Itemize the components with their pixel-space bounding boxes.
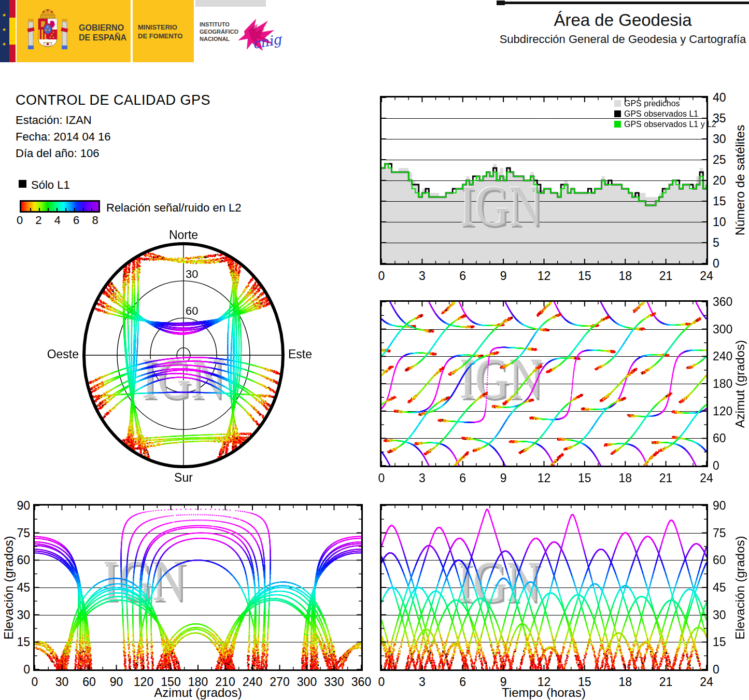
- colorbar-number: 6: [68, 214, 84, 227]
- satcount-y-axis-title: Número de satélites: [733, 77, 747, 284]
- skyplot-south-label: Sur: [152, 471, 215, 485]
- tick-label: 40: [713, 91, 726, 104]
- tick-label: 6: [446, 269, 479, 283]
- gobierno-label-line2: DE ESPAÑA: [79, 33, 126, 43]
- star-icon: ★: [2, 12, 6, 18]
- tick-label: 30: [713, 608, 726, 622]
- tick-label: 3: [405, 471, 439, 485]
- elevation-vs-azimuth-canvas: [35, 506, 361, 669]
- skyplot-west-label: Oeste: [41, 347, 79, 361]
- tick-label: 24: [690, 269, 723, 283]
- elevation-time-y-axis-title: Elevación (grados): [733, 484, 747, 692]
- instituto-logo-box: INSTITUTO GEOGRÁFICO NACIONAL cnig: [195, 0, 281, 62]
- cnig-logo-icon: cnig: [233, 15, 285, 55]
- tick-label: 21: [649, 269, 683, 283]
- tick-label: 24: [690, 675, 723, 689]
- colorbar-tick: [74, 208, 75, 211]
- tick-label: 180: [713, 377, 732, 390]
- colorbar-tick: [56, 208, 58, 211]
- solo-l1-swatch: [19, 180, 26, 188]
- tick-label: 90: [713, 499, 726, 512]
- tick-label: 3: [405, 269, 439, 283]
- report-title: CONTROL DE CALIDAD GPS: [16, 92, 210, 108]
- colorbar-tick: [30, 208, 31, 211]
- doy-line: Día del año: 106: [16, 147, 99, 160]
- snr-colorbar: [20, 200, 100, 213]
- legend-swatch-icon: [614, 100, 621, 107]
- solo-l1-label: Sólo L1: [31, 178, 70, 192]
- eu-flag-strip: ★ ★ ★: [0, 0, 9, 62]
- skyplot-ring-60-label: 60: [186, 304, 198, 318]
- tick-label: 21: [649, 471, 683, 485]
- spain-coat-of-arms-icon: [27, 5, 68, 57]
- tick-label: 18: [609, 269, 642, 283]
- star-icon: ★: [2, 41, 6, 47]
- gps-quality-report-page: ★ ★ ★: [0, 0, 749, 700]
- colorbar-tick: [65, 208, 66, 211]
- tick-label: 20: [713, 174, 726, 187]
- gobierno-logo-box: GOBIERNO DE ESPAÑA: [17, 0, 131, 62]
- tick-label: 18: [609, 471, 642, 485]
- tick-label: 240: [713, 349, 732, 363]
- spain-flag-yellow: [9, 18, 16, 45]
- skyplot-north-label: Norte: [152, 228, 215, 242]
- tick-label: 12: [528, 471, 561, 485]
- tick-label: 360: [713, 295, 732, 309]
- tick-label: 60: [713, 431, 726, 445]
- area-subtitle: Subdirección General de Geodesia y Carto…: [498, 33, 748, 46]
- header-rule: [497, 2, 749, 4]
- tick-label: 5: [713, 236, 719, 249]
- tick-label: 300: [713, 323, 732, 336]
- skyplot-east-label: Este: [288, 347, 312, 361]
- legend-label: GPS observados L1 y L2: [624, 120, 716, 129]
- colorbar-tick: [48, 208, 49, 211]
- tick-label: 75: [713, 526, 726, 540]
- azimuth-x-axis-title: Azimut (grados): [94, 685, 302, 700]
- colorbar-tick: [83, 208, 84, 211]
- spain-flag-red-top: [9, 0, 16, 18]
- ministerio-label-line2: DE FOMENTO: [138, 32, 182, 40]
- colorbar-number: 2: [31, 214, 46, 227]
- legend-label: GPS observados L1: [624, 109, 698, 118]
- tick-label: 6: [446, 471, 479, 485]
- tick-label: 30: [713, 132, 726, 146]
- tick-label: 0: [713, 663, 719, 676]
- tick-label: 24: [690, 471, 723, 485]
- tick-label: 3: [405, 675, 439, 689]
- tick-label: 9: [487, 471, 520, 485]
- legend-swatch-icon: [614, 110, 621, 117]
- snr-colorbar-label: Relación señal/ruido en L2: [106, 201, 242, 215]
- colorbar-tick: [91, 208, 92, 211]
- colorbar-number: 8: [88, 214, 103, 227]
- tick-label: 120: [713, 404, 732, 418]
- elevation-vs-azimuth-chart: [33, 504, 363, 671]
- tick-label: 15: [713, 635, 726, 649]
- tick-label: 21: [649, 675, 683, 689]
- tick-label: 15: [713, 194, 726, 208]
- colorbar-number: 0: [12, 214, 27, 227]
- gobierno-label-line1: GOBIERNO: [79, 23, 126, 33]
- tick-label: 15: [568, 269, 601, 283]
- satcount-legend-row: GPS observados L1 y L2: [614, 120, 716, 129]
- tick-label: 60: [713, 553, 726, 567]
- tick-label: 12: [528, 269, 561, 283]
- satcount-legend-row: GPS observados L1: [614, 109, 698, 119]
- ministerio-logo-box: MINISTERIO DE FOMENTO: [133, 0, 194, 62]
- azimuth-vs-time-canvas: [381, 302, 706, 466]
- elevation-az-y-axis-title: Elevación (grados): [2, 484, 16, 692]
- tick-label: 15: [568, 471, 601, 485]
- azimuth-y-axis-title: Azimut (grados): [733, 281, 747, 488]
- satcount-legend-row: GPS predichos: [614, 99, 680, 108]
- colorbar-number: 4: [50, 214, 65, 227]
- tick-label: 0: [713, 257, 719, 270]
- azimuth-vs-time-chart: [380, 300, 708, 467]
- tick-label: 25: [713, 153, 726, 166]
- spain-flag-red-bottom: [9, 45, 16, 62]
- star-icon: ★: [2, 27, 6, 32]
- tick-label: 45: [713, 581, 726, 594]
- colorbar-tick: [39, 208, 40, 211]
- date-line: Fecha: 2014 04 16: [16, 130, 110, 144]
- legend-swatch-icon: [614, 121, 621, 128]
- elevation-vs-time-chart: [380, 504, 708, 671]
- skyplot-ring-30-label: 30: [186, 268, 198, 281]
